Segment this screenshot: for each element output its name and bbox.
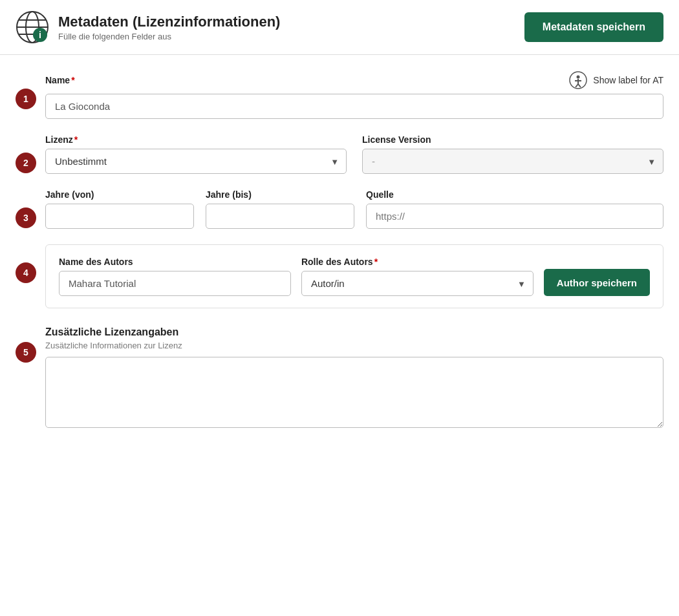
lizenz-select-wrapper: Unbestimmt CC BY CC BY-SA CC BY-ND CC BY… — [45, 149, 347, 174]
section-lizenz: 2 Lizenz* Unbestimmt CC BY CC BY-SA CC B… — [16, 134, 663, 174]
license-version-select[interactable]: - 1.0 2.0 3.0 4.0 — [362, 149, 663, 174]
svg-line-12 — [578, 84, 581, 87]
accessibility-label: Show label for AT — [593, 75, 663, 85]
section-jahre: 3 Jahre (von) Jahre (bis) Quelle — [16, 189, 663, 229]
header-title-block: Metadaten (Lizenzinformationen) Fülle di… — [58, 14, 280, 41]
jahre-von-group: Jahre (von) — [45, 189, 194, 229]
quelle-input[interactable] — [366, 204, 663, 229]
author-box: Name des Autors Rolle des Autors* Autor/… — [45, 244, 663, 308]
quelle-group: Quelle — [366, 189, 663, 229]
lizenz-form-body: Lizenz* Unbestimmt CC BY CC BY-SA CC BY-… — [45, 134, 663, 174]
lizenz-required-star: * — [74, 134, 78, 145]
zusatz-subtitle: Zusätzliche Informationen zur Lizenz — [45, 341, 663, 350]
autor-save-group: Author speichern — [544, 269, 650, 296]
section-zusatz: 5 Zusätzliche Lizenzangaben Zusätzliche … — [16, 324, 663, 430]
app-logo-icon: i — [16, 10, 49, 44]
autor-rolle-select[interactable]: Autor/in Herausgeber/in Übersetzer/in Il… — [301, 271, 534, 296]
author-row: Name des Autors Rolle des Autors* Autor/… — [59, 257, 650, 296]
zusatz-form-body: Zusätzliche Lizenzangaben Zusätzliche In… — [45, 326, 663, 430]
svg-text:i: i — [39, 30, 41, 40]
license-version-label: License Version — [362, 134, 663, 145]
name-required-star: * — [71, 75, 74, 85]
lizenz-label: Lizenz* — [45, 134, 347, 145]
autor-name-label: Name des Autors — [59, 257, 291, 267]
author-speichern-button[interactable]: Author speichern — [544, 269, 650, 296]
lizenz-two-col: Lizenz* Unbestimmt CC BY CC BY-SA CC BY-… — [45, 134, 663, 174]
step-2-circle: 2 — [16, 153, 36, 173]
autor-rolle-required-star: * — [374, 257, 378, 267]
header: i Metadaten (Lizenzinformationen) Fülle … — [0, 0, 679, 55]
autor-rolle-label: Rolle des Autors* — [301, 257, 534, 267]
license-version-select-wrapper: - 1.0 2.0 3.0 4.0 ▼ — [362, 149, 663, 174]
name-input[interactable] — [45, 94, 663, 119]
section-author: 4 Name des Autors Rolle des Autors* — [16, 244, 663, 308]
zusatz-title: Zusätzliche Lizenzangaben — [45, 326, 663, 338]
jahre-bis-label: Jahre (bis) — [206, 189, 354, 200]
step-3-circle: 3 — [16, 207, 36, 228]
jahre-bis-input[interactable] — [206, 204, 354, 229]
metadaten-speichern-button[interactable]: Metadaten speichern — [524, 12, 663, 42]
page-title: Metadaten (Lizenzinformationen) — [58, 14, 280, 30]
license-version-group: License Version - 1.0 2.0 3.0 4.0 ▼ — [362, 134, 663, 174]
jahre-von-label: Jahre (von) — [45, 189, 194, 200]
jahre-form-body: Jahre (von) Jahre (bis) Quelle — [45, 189, 663, 229]
step-1-circle: 1 — [16, 89, 36, 109]
page-wrapper: i Metadaten (Lizenzinformationen) Fülle … — [0, 0, 679, 461]
author-form-body: Name des Autors Rolle des Autors* Autor/… — [45, 244, 663, 308]
lizenz-group: Lizenz* Unbestimmt CC BY CC BY-SA CC BY-… — [45, 134, 347, 174]
jahre-three-col: Jahre (von) Jahre (bis) Quelle — [45, 189, 663, 229]
accessibility-toggle[interactable]: Show label for AT — [568, 70, 663, 90]
lizenz-select[interactable]: Unbestimmt CC BY CC BY-SA CC BY-ND CC BY… — [45, 149, 347, 174]
step-5-circle: 5 — [16, 342, 36, 363]
jahre-von-input[interactable] — [45, 204, 194, 229]
autor-name-group: Name des Autors — [59, 257, 291, 296]
autor-rolle-group: Rolle des Autors* Autor/in Herausgeber/i… — [301, 257, 534, 296]
name-label: Name* — [45, 75, 75, 85]
autor-rolle-select-wrapper: Autor/in Herausgeber/in Übersetzer/in Il… — [301, 271, 534, 296]
header-left: i Metadaten (Lizenzinformationen) Fülle … — [16, 10, 280, 44]
accessibility-icon — [568, 70, 588, 90]
zusatz-textarea[interactable] — [45, 357, 663, 428]
name-header-row: Name* Show label for AT — [45, 70, 663, 90]
form-content: 1 Name* — [0, 55, 679, 461]
name-form-body: Name* Show label for AT — [45, 70, 663, 119]
quelle-label: Quelle — [366, 189, 663, 200]
autor-name-input[interactable] — [59, 271, 291, 296]
jahre-bis-group: Jahre (bis) — [206, 189, 354, 229]
step-4-circle: 4 — [16, 262, 36, 283]
page-subtitle: Fülle die folgenden Felder aus — [58, 32, 280, 41]
svg-point-8 — [577, 76, 580, 79]
section-name: 1 Name* — [16, 70, 663, 119]
